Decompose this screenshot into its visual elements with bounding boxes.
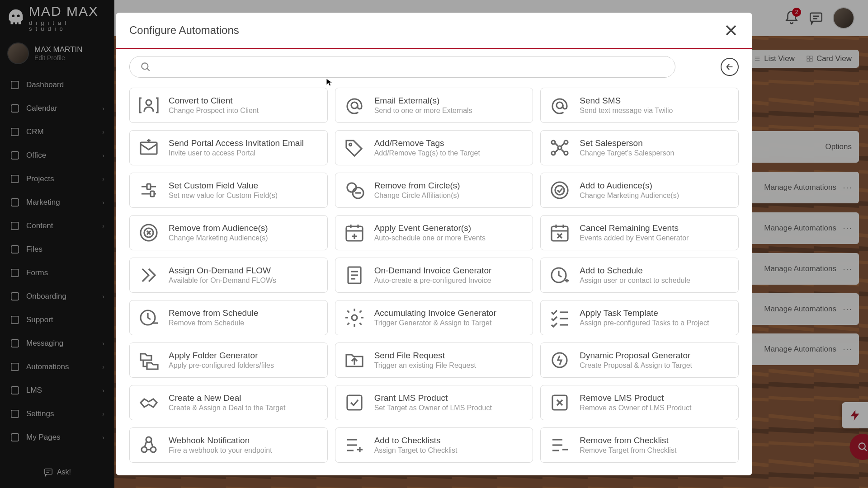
card-title: Create a New Deal <box>169 393 286 403</box>
list-plus-icon <box>344 434 365 456</box>
automation-card-set-salesperson[interactable]: Set SalespersonChange Target's Salespers… <box>540 130 739 165</box>
checklist-icon <box>549 307 571 328</box>
card-subtitle: Auto-schedule one or more Events <box>374 234 486 242</box>
automation-card-assign-on-demand-flow[interactable]: Assign On-Demand FLOWAvailable for On-De… <box>129 258 328 293</box>
card-subtitle: Auto-create a pre-configured Invoice <box>374 277 492 285</box>
close-button[interactable] <box>723 23 739 38</box>
card-subtitle: Assign pre-configured Tasks to a Project <box>580 319 709 327</box>
automation-card-webhook-notification[interactable]: Webhook NotificationFire a webhook to yo… <box>129 427 328 463</box>
card-title: Set Custom Field Value <box>169 181 278 191</box>
card-subtitle: Change Circle Affiliation(s) <box>374 192 460 200</box>
card-subtitle: Trigger Generator & Assign to Target <box>374 319 496 327</box>
automation-card-on-demand-invoice-generator[interactable]: On-Demand Invoice GeneratorAuto-create a… <box>335 258 533 293</box>
card-title: Apply Task Template <box>580 308 709 318</box>
automation-card-cancel-remaining-events[interactable]: Cancel Remaining EventsEvents added by E… <box>540 215 739 250</box>
card-title: Assign On-Demand FLOW <box>169 266 276 276</box>
automation-card-remove-from-circle-s-[interactable]: Remove from Circle(s)Change Circle Affil… <box>335 173 533 208</box>
card-title: Apply Event Generator(s) <box>374 223 486 233</box>
automation-card-add-to-checklists[interactable]: Add to ChecklistsAssign Target to Checkl… <box>335 427 533 463</box>
automation-card-send-file-request[interactable]: Send File RequestTrigger an existing Fil… <box>335 343 533 378</box>
card-title: Convert to Client <box>169 96 259 106</box>
card-subtitle: Invite user to access Portal <box>169 149 304 157</box>
gear-icon <box>344 307 365 328</box>
target-x-icon <box>138 222 160 244</box>
automation-card-convert-to-client[interactable]: Convert to ClientChange Prospect into Cl… <box>129 88 328 123</box>
card-subtitle: Assign Target to Checklist <box>374 446 458 455</box>
automation-card-add-remove-tags[interactable]: Add/Remove TagsAdd/Remove Tag(s) to the … <box>335 130 533 165</box>
card-subtitle: Remove as Owner of LMS Product <box>580 404 691 412</box>
card-title: Email External(s) <box>374 96 472 106</box>
automation-card-add-to-audience-s-[interactable]: Add to Audience(s)Change Marketing Audie… <box>540 173 739 208</box>
automation-card-send-portal-access-invitation-email[interactable]: Send Portal Access Invitation EmailInvit… <box>129 130 328 165</box>
nodes-icon <box>549 137 571 159</box>
automation-card-dynamic-proposal-generator[interactable]: Dynamic Proposal GeneratorCreate Proposa… <box>540 343 739 378</box>
back-button[interactable] <box>721 58 739 76</box>
card-title: Cancel Remaining Events <box>580 223 689 233</box>
card-subtitle: Send to one or more Externals <box>374 107 472 115</box>
card-subtitle: Fire a webhook to your endpoint <box>169 446 272 455</box>
card-subtitle: Change Marketing Audience(s) <box>169 234 268 242</box>
card-title: Dynamic Proposal Generator <box>580 351 692 361</box>
at-icon <box>549 94 571 116</box>
automation-card-apply-folder-generator[interactable]: Apply Folder GeneratorApply pre-configur… <box>129 343 328 378</box>
cal-plus-icon <box>344 222 365 244</box>
automation-card-add-to-schedule[interactable]: Add to ScheduleAssign user or contact to… <box>540 258 739 293</box>
automation-card-accumulating-invoice-generator[interactable]: Accumulating Invoice GeneratorTrigger Ge… <box>335 300 533 335</box>
automation-card-create-a-new-deal[interactable]: Create a New DealCreate & Assign a Deal … <box>129 385 328 420</box>
folder-tree-icon <box>138 349 160 371</box>
automation-card-remove-from-schedule[interactable]: Remove from ScheduleRemove from Schedule <box>129 300 328 335</box>
card-title: Remove from Checklist <box>580 436 676 446</box>
card-subtitle: Change Marketing Audience(s) <box>580 192 679 200</box>
automation-card-apply-task-template[interactable]: Apply Task TemplateAssign pre-configured… <box>540 300 739 335</box>
automation-cards-grid: Convert to ClientChange Prospect into Cl… <box>116 85 752 475</box>
automation-card-email-external-s-[interactable]: Email External(s)Send to one or more Ext… <box>335 88 533 123</box>
card-title: Send SMS <box>580 96 673 106</box>
card-subtitle: Trigger an existing File Request <box>374 361 476 370</box>
box-check-icon <box>344 392 365 413</box>
gear-bolt-icon <box>549 349 571 371</box>
clock-minus-icon <box>138 307 160 328</box>
card-title: Add to Checklists <box>374 436 458 446</box>
card-subtitle: Change Target's Salesperson <box>580 149 674 157</box>
card-title: Send Portal Access Invitation Email <box>169 138 304 148</box>
arrow-left-icon <box>725 62 735 72</box>
automation-card-apply-event-generator-s-[interactable]: Apply Event Generator(s)Auto-schedule on… <box>335 215 533 250</box>
automation-card-grant-lms-product[interactable]: Grant LMS ProductSet Target as Owner of … <box>335 385 533 420</box>
tag-icon <box>344 137 365 159</box>
card-title: Grant LMS Product <box>374 393 492 403</box>
card-title: Add to Audience(s) <box>580 181 679 191</box>
search-input[interactable] <box>157 62 665 72</box>
search-icon <box>140 61 151 73</box>
card-title: Remove LMS Product <box>580 393 691 403</box>
at-icon <box>344 94 365 116</box>
automation-card-set-custom-field-value[interactable]: Set Custom Field ValueSet new value for … <box>129 173 328 208</box>
search-box[interactable] <box>129 56 675 78</box>
automation-card-send-sms[interactable]: Send SMSSend text message via Twilio <box>540 88 739 123</box>
target-check-icon <box>549 179 571 201</box>
card-subtitle: Remove from Schedule <box>169 319 259 327</box>
card-title: Apply Folder Generator <box>169 351 274 361</box>
card-subtitle: Change Prospect into Client <box>169 107 259 115</box>
list-minus-icon <box>549 434 571 456</box>
automation-card-remove-from-audience-s-[interactable]: Remove from Audience(s)Change Marketing … <box>129 215 328 250</box>
card-title: Add/Remove Tags <box>374 138 480 148</box>
automation-card-remove-from-checklist[interactable]: Remove from ChecklistRemove Target from … <box>540 427 739 463</box>
card-title: Add to Schedule <box>580 266 690 276</box>
card-subtitle: Create & Assign a Deal to the Target <box>169 404 286 412</box>
webhook-icon <box>138 434 160 456</box>
card-title: On-Demand Invoice Generator <box>374 266 492 276</box>
handshake-icon <box>138 392 160 413</box>
card-title: Remove from Audience(s) <box>169 223 268 233</box>
card-subtitle: Apply pre-configured folders/files <box>169 361 274 370</box>
card-title: Set Salesperson <box>580 138 674 148</box>
circle-minus-icon <box>344 179 365 201</box>
automation-card-remove-lms-product[interactable]: Remove LMS ProductRemove as Owner of LMS… <box>540 385 739 420</box>
card-subtitle: Events added by Event Generator <box>580 234 689 242</box>
slider-icon <box>138 179 160 201</box>
card-title: Send File Request <box>374 351 476 361</box>
mail-plus-icon <box>138 137 160 159</box>
clock-plus-icon <box>549 264 571 286</box>
card-subtitle: Create Proposal & Assign to Target <box>580 361 692 370</box>
card-title: Accumulating Invoice Generator <box>374 308 496 318</box>
invoice-icon <box>344 264 365 286</box>
